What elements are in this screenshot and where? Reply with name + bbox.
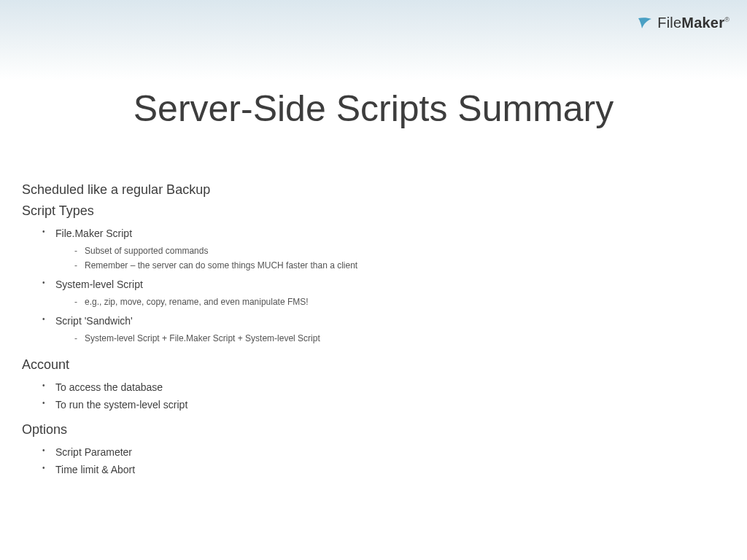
brand-logo: FileMaker® (637, 15, 729, 31)
section-script-types: Script Types File.Maker Script Subset of… (22, 203, 725, 349)
sub-list-item: System-level Script + File.Maker Script … (74, 331, 725, 346)
list-item-label: System-level Script (55, 279, 143, 290)
list-item: To run the system-level script (42, 396, 725, 413)
brand-suffix: Maker (681, 15, 724, 31)
list-item-label: Script 'Sandwich' (55, 315, 133, 327)
sub-list-item: e.g., zip, move, copy, rename, and even … (74, 295, 725, 309)
list-item-label: To run the system-level script (55, 399, 187, 411)
section-account: Account To access the database To run th… (22, 357, 725, 413)
list-item: System-level Script e.g., zip, move, cop… (42, 276, 725, 312)
list-item: To access the database (42, 378, 725, 396)
list-item-label: Time limit & Abort (55, 464, 135, 475)
filemaker-swoosh-icon (637, 17, 653, 30)
content-area: Scheduled like a regular Backup Script T… (22, 181, 725, 483)
list-item: Script Parameter (42, 443, 725, 461)
list-item-label: File.Maker Script (55, 228, 132, 239)
list-item-label: Script Parameter (55, 446, 132, 458)
brand-registered-icon: ® (724, 16, 729, 23)
section-heading: Account (22, 357, 725, 373)
section-heading: Script Types (22, 203, 725, 219)
list-item-label: To access the database (55, 381, 163, 393)
section-heading: Options (22, 422, 725, 438)
header-gradient (0, 0, 747, 80)
list-item: Time limit & Abort (42, 461, 725, 478)
section-options: Options Script Parameter Time limit & Ab… (22, 422, 725, 478)
brand-text: FileMaker® (657, 15, 729, 31)
page-title: Server-Side Scripts Summary (0, 88, 747, 130)
section-heading: Scheduled like a regular Backup (22, 182, 725, 198)
sub-list-item: Remember – the server can do some things… (74, 258, 725, 273)
sub-list-item: Subset of supported commands (74, 244, 725, 258)
list-item: File.Maker Script Subset of supported co… (42, 225, 725, 276)
section-scheduled: Scheduled like a regular Backup (22, 182, 725, 198)
list-item: Script 'Sandwich' System-level Script + … (42, 312, 725, 349)
brand-prefix: File (657, 15, 681, 31)
